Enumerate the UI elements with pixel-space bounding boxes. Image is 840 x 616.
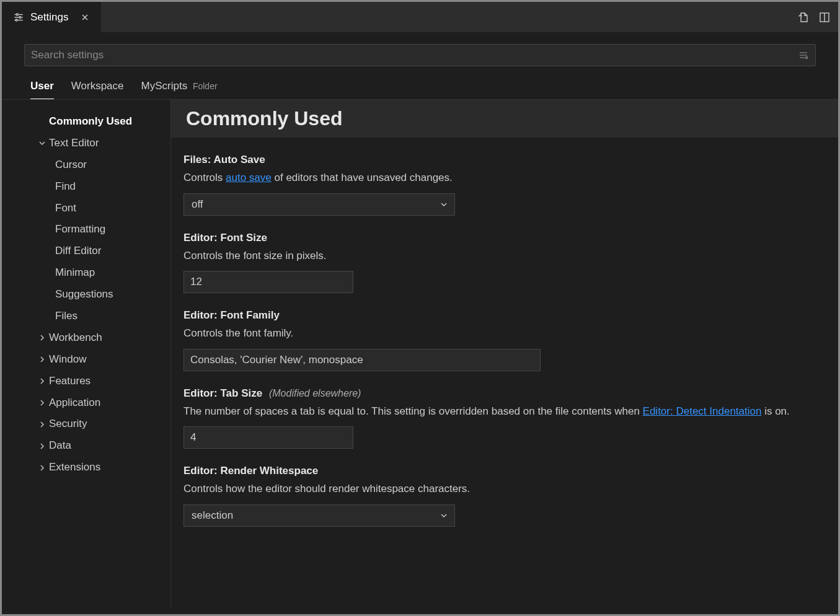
tab-title: Settings [30,11,68,24]
setting-title: Editor: Render Whitespace [183,465,826,477]
title-text: Editor: Tab Size [183,387,262,399]
toc-commonly-used[interactable]: Commonly Used [2,111,170,133]
toc-label: Extensions [49,459,100,477]
toc-label: Features [49,372,91,390]
search-row [2,33,838,66]
desc-text: Controls [183,172,226,183]
scope-tab-folder[interactable]: MyScripts Folder [141,80,218,99]
toc-security[interactable]: Security [2,413,170,435]
scope-folder-suffix: Folder [193,81,218,91]
scope-tab-workspace[interactable]: Workspace [71,80,124,99]
toc-font[interactable]: Font [2,198,170,219]
toc-label: Application [49,394,100,412]
select-value: off [192,198,203,211]
chevron-down-icon [440,200,448,209]
desc-text: of editors that have unsaved changes. [272,172,453,183]
chevron-right-icon [37,442,48,451]
chevron-right-icon [37,464,48,472]
select-value: selection [192,509,233,522]
toc-label: Data [49,437,71,455]
toc-text-editor[interactable]: Text Editor [2,133,170,154]
svg-point-5 [15,19,17,21]
section-heading: Commonly Used [171,100,838,138]
settings-content: Commonly Used Files: Auto Save Controls … [171,100,838,607]
svg-point-4 [19,16,21,18]
tab-bar: Settings [2,2,838,33]
tab-actions [797,2,838,32]
tab-settings[interactable]: Settings [2,2,101,32]
setting-description: Controls the font size in pixels. [183,248,826,264]
auto-save-link[interactable]: auto save [226,172,272,183]
setting-files-auto-save: Files: Auto Save Controls auto save of e… [171,138,838,216]
toc-diff-editor[interactable]: Diff Editor [2,240,170,262]
setting-editor-render-whitespace: Editor: Render Whitespace Controls how t… [171,449,838,527]
chevron-down-icon [37,139,48,147]
setting-title: Editor: Font Size [183,232,826,244]
setting-description: Controls how the editor should render wh… [183,481,826,497]
toc-extensions[interactable]: Extensions [2,457,170,478]
split-editor-icon[interactable] [818,11,831,24]
toc-label: Security [49,415,87,433]
clear-filter-icon[interactable] [798,50,809,61]
chevron-right-icon [37,333,48,342]
modified-badge: (Modified elsewhere) [269,388,361,398]
toc-formatting[interactable]: Formatting [2,219,170,240]
setting-description: Controls the font family. [183,325,826,341]
toc-label: Text Editor [49,134,99,152]
scope-tabs: User Workspace MyScripts Folder [2,66,838,100]
tab-size-input[interactable] [183,426,353,449]
auto-save-select[interactable]: off [183,193,455,216]
svg-point-3 [16,14,18,15]
search-input[interactable] [31,49,798,61]
close-icon[interactable] [80,12,90,22]
toc-application[interactable]: Application [2,392,170,414]
scope-tab-user[interactable]: User [30,80,54,99]
setting-title: Editor: Tab Size (Modified elsewhere) [183,387,826,400]
toc-minimap[interactable]: Minimap [2,262,170,284]
setting-editor-font-family: Editor: Font Family Controls the font fa… [171,293,838,371]
font-family-input[interactable] [183,349,541,371]
scope-folder-name: MyScripts [141,80,188,92]
setting-description: The number of spaces a tab is equal to. … [183,403,826,420]
search-box[interactable] [24,44,816,66]
toc-suggestions[interactable]: Suggestions [2,284,170,306]
toc-find[interactable]: Find [2,176,170,198]
chevron-right-icon [37,355,48,364]
desc-text: The number of spaces a tab is equal to. … [183,405,643,417]
settings-icon [13,12,24,23]
chevron-right-icon [37,420,48,429]
setting-title: Files: Auto Save [183,154,826,166]
chevron-right-icon [37,377,48,385]
setting-editor-font-size: Editor: Font Size Controls the font size… [171,216,838,294]
render-whitespace-select[interactable]: selection [183,504,455,527]
open-settings-json-icon[interactable] [797,11,810,24]
toc-cursor[interactable]: Cursor [2,154,170,176]
desc-text: is on. [761,405,789,417]
chevron-right-icon [37,398,48,407]
chevron-down-icon [440,511,448,520]
setting-description: Controls auto save of editors that have … [183,170,826,186]
settings-toc: Commonly Used Text Editor Cursor Find Fo… [2,100,171,607]
setting-editor-tab-size: Editor: Tab Size (Modified elsewhere) Th… [171,371,838,449]
toc-label: Workbench [49,329,102,347]
toc-window[interactable]: Window [2,349,170,371]
toc-data[interactable]: Data [2,435,170,457]
toc-features[interactable]: Features [2,371,170,392]
toc-label: Window [49,351,86,369]
settings-body: Commonly Used Text Editor Cursor Find Fo… [2,100,838,607]
detect-indentation-link[interactable]: Editor: Detect Indentation [643,405,762,417]
setting-title: Editor: Font Family [183,309,826,322]
toc-workbench[interactable]: Workbench [2,327,170,349]
toc-files[interactable]: Files [2,306,170,327]
font-size-input[interactable] [183,271,353,293]
